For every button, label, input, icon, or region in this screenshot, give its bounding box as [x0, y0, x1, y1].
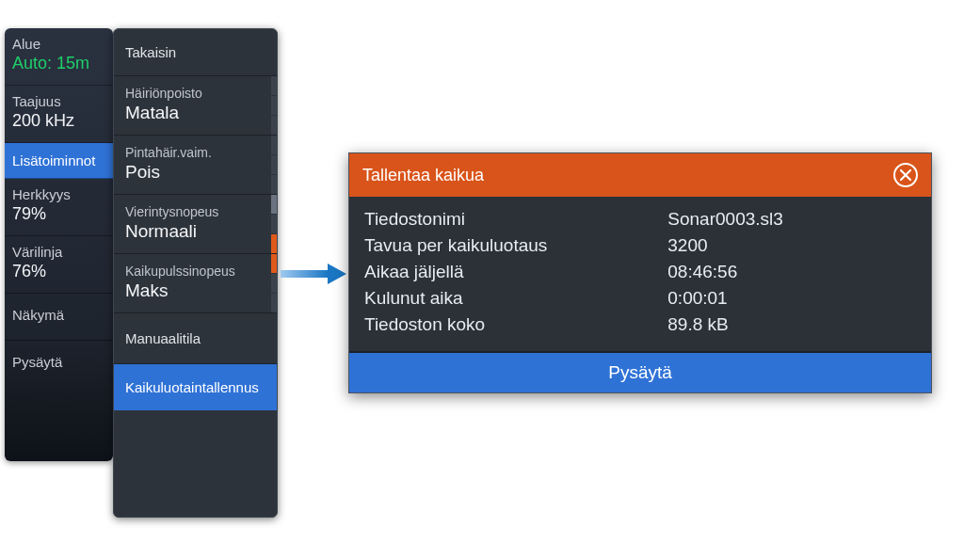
status-range[interactable]: Alue Auto: 15m	[5, 28, 113, 86]
dialog-row-bytes-per-ping: Tavua per kaikuluotaus 3200	[364, 232, 916, 259]
surface-value: Pois	[125, 162, 265, 183]
dialog-row-time-remaining: Aikaa jäljellä 08:46:56	[364, 259, 916, 285]
status-more-options[interactable]: Lisätoiminnot	[5, 143, 113, 179]
ping-value: Maks	[125, 280, 265, 301]
arrow-icon	[281, 262, 346, 290]
frequency-label: Taajuus	[12, 93, 105, 109]
row-value: 89.8 kB	[667, 314, 916, 335]
scroll-label: Vierintysnopeus	[125, 204, 265, 219]
range-label: Alue	[12, 36, 105, 52]
status-colorline[interactable]: Värilinja 76%	[5, 236, 113, 294]
status-view[interactable]: Näkymä	[5, 294, 113, 341]
surface-indicator	[271, 136, 277, 194]
colorline-label: Värilinja	[12, 244, 105, 260]
dialog-row-filename: Tiedostonimi Sonar0003.sl3	[364, 206, 916, 232]
recording-dialog: Tallentaa kaikua Tiedostonimi Sonar0003.…	[348, 152, 932, 393]
status-stop[interactable]: Pysäytä	[5, 341, 113, 387]
noise-label: Häiriönpoisto	[125, 86, 265, 101]
frequency-value: 200 kHz	[12, 111, 105, 131]
status-frequency[interactable]: Taajuus 200 kHz	[5, 86, 113, 143]
row-value: Sonar0003.sl3	[667, 209, 916, 230]
row-key: Tiedostonimi	[364, 209, 667, 230]
dialog-row-file-size: Tiedoston koko 89.8 kB	[364, 312, 916, 338]
row-key: Aikaa jäljellä	[364, 262, 667, 282]
submenu-ping-speed[interactable]: Kaikupulssinopeus Maks	[114, 254, 277, 313]
row-key: Tiedoston koko	[364, 314, 667, 335]
status-panel: Alue Auto: 15m Taajuus 200 kHz Lisätoimi…	[5, 28, 113, 461]
colorline-value: 76%	[12, 262, 105, 281]
noise-indicator	[271, 76, 277, 135]
row-value: 3200	[667, 235, 916, 256]
submenu-sonar-recording[interactable]: Kaikuluotaintallennus	[114, 364, 277, 410]
surface-label: Pintahäir.vaim.	[125, 145, 265, 160]
submenu-manual-mode[interactable]: Manuaalitila	[114, 313, 277, 364]
range-value: Auto: 15m	[12, 54, 105, 73]
scroll-indicator	[271, 195, 277, 253]
submenu-noise-rejection[interactable]: Häiriönpoisto Matala	[114, 76, 277, 136]
svg-marker-1	[328, 264, 346, 284]
submenu-back[interactable]: Takaisin	[114, 29, 277, 76]
dialog-titlebar: Tallentaa kaikua	[349, 153, 931, 197]
status-sensitivity[interactable]: Herkkyys 79%	[5, 179, 113, 236]
row-value: 0:00:01	[667, 288, 916, 309]
dialog-close-button[interactable]	[893, 163, 918, 187]
dialog-stop-button[interactable]: Pysäytä	[349, 351, 931, 392]
noise-value: Matala	[125, 103, 265, 123]
dialog-title-text: Tallentaa kaikua	[362, 166, 484, 185]
close-icon	[899, 168, 912, 182]
row-key: Kulunut aika	[364, 288, 667, 309]
svg-rect-0	[281, 270, 328, 278]
row-value: 08:46:56	[667, 262, 916, 282]
ping-label: Kaikupulssinopeus	[125, 264, 265, 279]
submenu-surface-clarity[interactable]: Pintahäir.vaim. Pois	[114, 136, 277, 195]
row-key: Tavua per kaikuluotaus	[364, 235, 667, 256]
ping-indicator	[271, 254, 277, 312]
scroll-value: Normaali	[125, 221, 265, 242]
submenu-panel: Takaisin Häiriönpoisto Matala Pintahäir.…	[113, 28, 278, 518]
sensitivity-value: 79%	[12, 204, 105, 224]
dialog-body: Tiedostonimi Sonar0003.sl3 Tavua per kai…	[349, 197, 931, 351]
submenu-scroll-speed[interactable]: Vierintysnopeus Normaali	[114, 195, 277, 254]
dialog-row-elapsed-time: Kulunut aika 0:00:01	[364, 285, 916, 312]
sensitivity-label: Herkkyys	[12, 186, 105, 202]
